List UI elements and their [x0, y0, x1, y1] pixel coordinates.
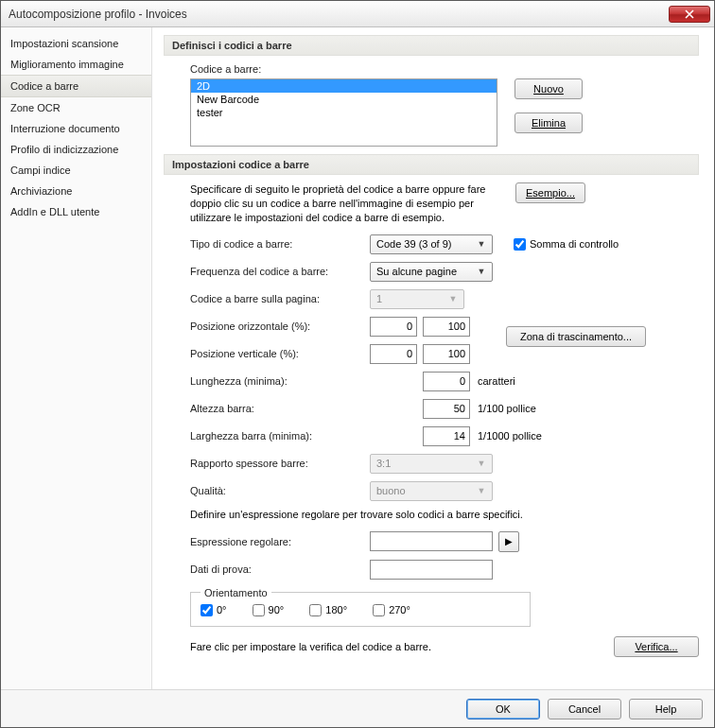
ratio-label: Rapporto spessore barre:	[190, 458, 370, 469]
onpage-label: Codice a barre sulla pagina:	[190, 293, 370, 304]
sidebar-item-archive[interactable]: Archiviazione	[1, 181, 151, 201]
chevron-down-icon: ▼	[475, 459, 488, 468]
bar-width-label: Larghezza barra (minima):	[190, 430, 370, 442]
orient-90[interactable]: 90°	[253, 604, 285, 616]
bar-height-input[interactable]	[423, 399, 470, 419]
sidebar-item-addin-dll[interactable]: AddIn e DLL utente	[1, 201, 151, 222]
sidebar-item-barcode[interactable]: Codice a barre	[1, 75, 151, 97]
cancel-button[interactable]: Cancel	[548, 699, 621, 719]
new-button-label: Nuovo	[533, 83, 564, 95]
sidebar: Impostazioni scansione Miglioramento imm…	[1, 27, 152, 689]
checksum-checkbox[interactable]: Somma di controllo	[514, 238, 619, 251]
close-icon	[685, 9, 694, 19]
orient-180[interactable]: 180°	[309, 604, 347, 616]
onpage-value: 1	[376, 293, 382, 304]
regex-label: Espressione regolare:	[190, 536, 370, 547]
orient-0[interactable]: 0°	[201, 604, 227, 616]
sidebar-item-doc-break[interactable]: Interruzione documento	[1, 118, 151, 139]
regex-picker-button[interactable]: ▶	[498, 531, 519, 552]
new-button[interactable]: Nuovo	[514, 78, 583, 99]
verify-button-label: Verifica...	[635, 641, 677, 652]
testdata-input[interactable]	[370, 560, 493, 580]
bar-width-input[interactable]	[423, 426, 470, 446]
sidebar-item-scan-settings[interactable]: Impostazioni scansione	[1, 33, 151, 54]
rubberband-button[interactable]: Zona di trascinamento...	[506, 326, 646, 347]
length-input[interactable]	[423, 372, 470, 391]
sidebar-item-zone-ocr[interactable]: Zone OCR	[1, 97, 151, 118]
barcode-type-combo[interactable]: Code 39 (3 of 9) ▼	[370, 234, 493, 254]
hpos-from-input[interactable]	[370, 317, 417, 337]
settings-intro-text: Specificare di seguito le proprietà del …	[190, 182, 493, 225]
length-label: Lunghezza (minima):	[190, 375, 370, 387]
section-barcode-settings-header: Impostazioni codice a barre	[164, 154, 699, 175]
barcode-list-label: Codice a barre:	[190, 63, 699, 75]
hpos-to-input[interactable]	[423, 317, 470, 337]
bar-height-label: Altezza barra:	[190, 403, 370, 414]
sample-button-label: Esempio...	[526, 187, 575, 199]
chevron-down-icon: ▼	[475, 239, 488, 249]
bar-height-unit: 1/100 pollice	[478, 403, 536, 414]
checksum-label: Somma di controllo	[530, 238, 619, 250]
barcode-type-value: Code 39 (3 of 9)	[376, 238, 452, 250]
barcode-type-label: Tipo di codice a barre:	[190, 238, 370, 250]
sidebar-item-index-profile[interactable]: Profilo di indicizzazione	[1, 139, 151, 160]
delete-button-label: Elimina	[532, 117, 566, 129]
frequency-label: Frequenza del codice a barre:	[190, 266, 370, 277]
sample-button[interactable]: Esempio...	[515, 182, 585, 203]
sidebar-item-image-enhance[interactable]: Miglioramento immagine	[1, 54, 151, 75]
regex-input[interactable]	[370, 531, 493, 551]
frequency-combo[interactable]: Su alcune pagine ▼	[370, 262, 493, 282]
orientation-legend: Orientamento	[201, 587, 271, 598]
chevron-down-icon: ▼	[446, 294, 460, 303]
ok-button[interactable]: OK	[466, 699, 540, 719]
sidebar-item-index-fields[interactable]: Campi indice	[1, 160, 151, 181]
help-button[interactable]: Help	[629, 699, 703, 719]
vpos-label: Posizione verticale (%):	[190, 348, 370, 359]
frequency-value: Su alcune pagine	[376, 266, 457, 277]
ratio-value: 3:1	[376, 458, 391, 469]
orientation-group: Orientamento 0° 90° 180° 270°	[190, 587, 531, 627]
barcode-listbox[interactable]: 2D New Barcode tester	[190, 78, 497, 147]
close-button[interactable]	[669, 6, 710, 23]
section-define-barcodes-header: Definisci i codici a barre	[164, 35, 699, 56]
onpage-combo: 1 ▼	[370, 289, 464, 309]
delete-button[interactable]: Elimina	[514, 113, 583, 133]
bar-width-unit: 1/1000 pollice	[478, 430, 542, 442]
vpos-from-input[interactable]	[370, 344, 417, 364]
chevron-down-icon: ▼	[475, 486, 488, 495]
orient-270[interactable]: 270°	[373, 604, 410, 616]
checksum-input[interactable]	[514, 238, 526, 251]
play-icon: ▶	[505, 536, 513, 546]
verify-button[interactable]: Verifica...	[614, 636, 699, 657]
list-item[interactable]: tester	[191, 106, 497, 119]
quality-combo: buono ▼	[370, 481, 493, 501]
verify-text: Fare clic per impostare la verifica del …	[190, 641, 614, 652]
list-item[interactable]: New Barcode	[191, 93, 497, 106]
length-unit: caratteri	[478, 375, 515, 387]
chevron-down-icon: ▼	[475, 267, 488, 276]
ratio-combo: 3:1 ▼	[370, 454, 493, 474]
testdata-label: Dati di prova:	[190, 563, 370, 575]
hpos-label: Posizione orizzontale (%):	[190, 321, 370, 332]
vpos-to-input[interactable]	[423, 344, 470, 364]
list-item[interactable]: 2D	[191, 79, 497, 93]
regex-intro: Definire un'espressione regolare per tro…	[190, 509, 699, 520]
window-title: Autocomposizione profilo - Invoices	[9, 8, 669, 21]
quality-label: Qualità:	[190, 485, 370, 496]
quality-value: buono	[376, 485, 406, 496]
